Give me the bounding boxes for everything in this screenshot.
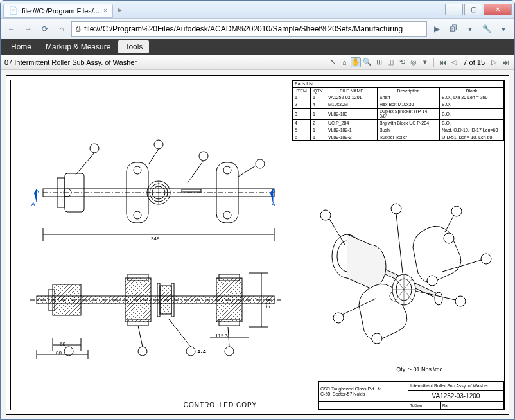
- svg-point-61: [435, 292, 442, 305]
- svg-point-59: [427, 276, 437, 286]
- zoom-window-icon[interactable]: ◫: [385, 57, 396, 67]
- view-tools: ↖ ⌂ ✋ 🔍 ⊞ ◫ ⟲ ◎ ▾ ⏮ ◁ 7 of 15 ▷ ⏭: [322, 57, 511, 67]
- col-blank: Blank: [440, 87, 504, 94]
- svg-point-17: [90, 144, 99, 153]
- cursor-icon[interactable]: ↖: [327, 57, 338, 67]
- maximize-button[interactable]: ▢: [464, 4, 482, 15]
- company-address: C-50, Sector-57 Noida: [320, 392, 406, 397]
- svg-point-53: [186, 347, 195, 356]
- front-view: [17, 138, 281, 247]
- close-tab-icon[interactable]: ×: [103, 7, 107, 14]
- dim-119: 119.3: [215, 333, 228, 338]
- menu-tools[interactable]: Tools: [118, 40, 149, 53]
- drawing-viewport[interactable]: Parts List ITEM QTY FILE NAME Descriptio…: [1, 70, 514, 420]
- page-indicator: 7 of 15: [460, 58, 487, 66]
- svg-point-52: [138, 347, 147, 356]
- qty-note: Qty. :- 01 Nos.\mc: [396, 366, 442, 372]
- menu-home[interactable]: Home: [4, 40, 38, 53]
- svg-point-74: [391, 204, 401, 214]
- orbit-icon[interactable]: ⟲: [397, 57, 407, 67]
- svg-rect-30: [53, 284, 81, 315]
- svg-line-20: [149, 149, 159, 164]
- col-desc: Description: [378, 87, 440, 94]
- svg-point-7: [134, 211, 141, 219]
- tab-strip: 📄 file:///C:/Program Files/... × ▸: [3, 1, 445, 18]
- page-icon: ⎙: [76, 24, 80, 33]
- col-qty: QTY: [311, 87, 326, 94]
- url-bar[interactable]: ⎙ file:///C:/Program%20Files/Autodesk/AC…: [71, 21, 427, 37]
- svg-line-77: [445, 215, 454, 232]
- minimize-button[interactable]: —: [445, 4, 463, 15]
- url-text: file:///C:/Program%20Files/Autodesk/ACAD…: [84, 24, 423, 33]
- svg-point-58: [444, 233, 454, 243]
- svg-line-24: [238, 166, 256, 177]
- zoom-in-icon[interactable]: 🔍: [362, 57, 372, 67]
- doc-title: 07 Intermittent Roller Sub Assy. of Wash…: [4, 58, 322, 66]
- svg-line-55: [138, 326, 143, 347]
- play-button[interactable]: ▶: [430, 22, 444, 36]
- svg-line-22: [188, 161, 204, 183]
- drawing-frame: Parts List ITEM QTY FILE NAME Descriptio…: [10, 80, 505, 410]
- drawing-title: Intermittent Roller Sub Assy. of Washer: [408, 382, 504, 390]
- svg-rect-16: [182, 189, 201, 192]
- controlled-copy-label: CONTROLLED COPY: [184, 401, 257, 408]
- reload-button[interactable]: ⟳: [38, 22, 52, 36]
- svg-point-6: [134, 166, 141, 174]
- svg-rect-38: [160, 286, 171, 314]
- home-icon[interactable]: ⌂: [55, 22, 69, 36]
- svg-rect-35: [216, 278, 242, 322]
- chevron-down-icon[interactable]: ▾: [463, 22, 477, 36]
- dim-50: 50.3: [265, 299, 271, 309]
- last-page-icon[interactable]: ⏭: [500, 57, 511, 67]
- col-file: FILE NAME: [326, 87, 378, 94]
- dim-348: 348: [151, 236, 159, 241]
- pan-icon[interactable]: ✋: [351, 57, 361, 67]
- svg-point-19: [154, 140, 163, 149]
- table-row: 51VL02-102-1BushNact, O.D-19, ID-17 Len=…: [293, 127, 504, 134]
- svg-line-75: [396, 214, 403, 273]
- table-row: 61VL02-102-2Rubber RollerO.D-51, Bor = 1…: [293, 134, 504, 141]
- title-block: GSC Toughened Glass Pvt Ltd C-50, Sector…: [318, 381, 504, 410]
- svg-point-9: [223, 166, 231, 174]
- table-row: 31VL02-103Duplex Sprocket ITP-14, 3/8"B.…: [293, 108, 504, 119]
- next-page-icon[interactable]: ▷: [489, 57, 499, 67]
- tab-title: file:///C:/Program Files/...: [22, 7, 100, 15]
- view-icon[interactable]: ◎: [408, 57, 419, 67]
- svg-point-23: [256, 159, 265, 168]
- dim-80: 80: [56, 350, 62, 356]
- page-menu-button[interactable]: 🗐: [446, 22, 460, 36]
- svg-point-10: [223, 211, 231, 219]
- browser-tab[interactable]: 📄 file:///C:/Program Files/... ×: [3, 4, 113, 18]
- close-button[interactable]: ✕: [484, 4, 512, 15]
- new-tab-button[interactable]: ▸: [114, 5, 126, 14]
- forward-button[interactable]: →: [21, 22, 35, 36]
- chevron-down-icon[interactable]: ▾: [496, 22, 511, 36]
- svg-point-78: [481, 254, 491, 264]
- table-row: 11VA1252-03-1201ShaftB.O., Dia 20 Len = …: [293, 94, 504, 101]
- table-header: ITEM QTY FILE NAME Description Blank: [293, 87, 504, 94]
- first-page-icon[interactable]: ⏮: [437, 57, 448, 67]
- section-label-a-right: A: [272, 201, 275, 207]
- titleblock-lbl2: Raj: [441, 401, 504, 409]
- app-window: 📄 file:///C:/Program Files/... × ▸ — ▢ ✕…: [0, 0, 515, 420]
- svg-line-18: [75, 153, 94, 175]
- svg-line-56: [169, 319, 191, 347]
- home-view-icon[interactable]: ⌂: [339, 57, 349, 67]
- svg-rect-32: [125, 278, 151, 322]
- section-label-aa: A-A: [197, 349, 206, 354]
- drawing-number: VA1252-03-1200: [408, 390, 504, 401]
- svg-point-76: [451, 206, 462, 216]
- zoom-extents-icon[interactable]: ⊞: [374, 57, 384, 67]
- wrench-button[interactable]: 🔧: [480, 22, 494, 36]
- file-icon: 📄: [9, 6, 18, 15]
- menu-markup[interactable]: Markup & Measure: [39, 40, 117, 53]
- prev-page-icon[interactable]: ◁: [449, 57, 459, 67]
- chevron-down-icon[interactable]: ▾: [420, 57, 430, 67]
- svg-point-72: [320, 210, 331, 220]
- section-view: [17, 255, 287, 364]
- dim-60: 60: [60, 341, 65, 347]
- back-button[interactable]: ←: [4, 22, 19, 36]
- parts-list-title: Parts List: [293, 81, 504, 88]
- window-controls: — ▢ ✕: [445, 4, 512, 15]
- app-menu: Home Markup & Measure Tools: [1, 39, 514, 55]
